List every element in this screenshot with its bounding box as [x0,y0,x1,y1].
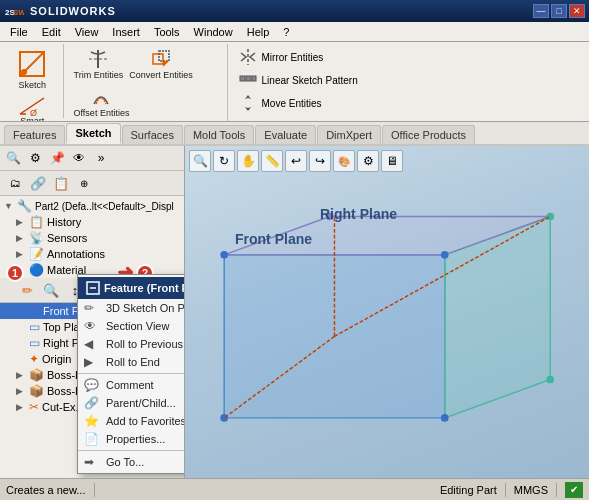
tab-mold-tools[interactable]: Mold Tools [184,125,254,144]
convert-icon [150,48,172,70]
tab-office-products[interactable]: Office Products [382,125,475,144]
vp-rotate[interactable]: ↻ [213,150,235,172]
linear-icon [239,71,257,89]
menu-tools[interactable]: Tools [148,24,186,40]
smart-dimension-button[interactable]: Ø SmartDimension [8,92,57,122]
offset-icon [90,86,112,108]
sidebar-icon-search[interactable]: 🔍 [3,148,23,168]
ctx-separator-2 [78,450,185,451]
toolbar-area: Sketch Ø SmartDimension Trim [0,42,589,122]
ctx-separator-1 [78,373,185,374]
viewport-toolbar: 🔍 ↻ ✋ 📏 ↩ ↪ 🎨 ⚙ 🖥 [189,150,403,172]
menu-bar: File Edit View Insert Tools Window Help … [0,22,589,42]
tab-features[interactable]: Features [4,125,65,144]
item-toolbar-pencil[interactable]: ✏ [16,280,38,300]
svg-point-25 [546,213,554,221]
solidworks-logo: 2S SW [4,1,24,21]
menu-view[interactable]: View [69,24,105,40]
tab-sketch[interactable]: Sketch [66,123,120,144]
status-units: MMGS [514,484,548,496]
vp-settings[interactable]: ⚙ [357,150,379,172]
close-button[interactable]: ✕ [569,4,585,18]
ctx-3d-sketch[interactable]: ✏ 3D Sketch On Plane [78,299,185,317]
tree-toolbar-btn-2[interactable]: 🔗 [27,173,49,193]
svg-rect-11 [159,51,169,61]
offset-entities-button[interactable]: Offset Entities [72,84,132,120]
status-bar: Creates a new... Editing Part MMGS ✔ [0,478,589,500]
menu-insert[interactable]: Insert [106,24,146,40]
mirror-entities-icon [238,47,258,67]
vp-color[interactable]: 🎨 [333,150,355,172]
tree-annotations[interactable]: ▶ 📝 Annotations [0,246,184,262]
menu-question[interactable]: ? [277,24,295,40]
linear-sketch-icon [238,70,258,90]
svg-rect-10 [153,54,163,64]
menu-window[interactable]: Window [188,24,239,40]
sidebar-icon-pin[interactable]: 📌 [47,148,67,168]
tree-toolbar-btn-3[interactable]: 📋 [50,173,72,193]
vp-pan[interactable]: ✋ [237,150,259,172]
svg-point-4 [21,69,27,75]
main-area: 🔍 ⚙ 📌 👁 » 🗂 🔗 📋 ⊕ ▼ 🔧 Part2 (Defa..lt<<D… [0,146,589,478]
mirror-icon [239,48,257,66]
status-separator-2 [505,483,506,497]
minimize-button[interactable]: — [533,4,549,18]
tree-toolbar-btn-4[interactable]: ⊕ [73,173,95,193]
ctx-properties[interactable]: 📄 Properties... [78,430,185,448]
move-entities-item[interactable]: Move Entities [236,92,360,114]
ctx-parent-child[interactable]: 🔗 Parent/Child... [78,394,185,412]
item-toolbar-magnify[interactable]: 🔍 [40,280,62,300]
mirror-group: Mirror Entities Linear Sketch Pattern Mo… [232,44,364,116]
tree-part2[interactable]: ▼ 🔧 Part2 (Defa..lt<<Default>_Displ [0,198,184,214]
menu-file[interactable]: File [4,24,34,40]
status-separator-1 [94,483,95,497]
ctx-goto[interactable]: ➡ Go To... [78,453,185,471]
vp-display[interactable]: 🖥 [381,150,403,172]
svg-rect-13 [240,76,245,81]
menu-help[interactable]: Help [241,24,276,40]
tab-surfaces[interactable]: Surfaces [122,125,183,144]
tab-evaluate[interactable]: Evaluate [255,125,316,144]
ctx-roll-previous[interactable]: ◀ Roll to Previous [78,335,185,353]
context-menu: Feature (Front Plane) ✏ 3D Sketch On Pla… [77,274,185,474]
maximize-button[interactable]: □ [551,4,567,18]
sidebar-icon-more[interactable]: » [91,148,111,168]
right-plane-label: Right Plane [320,206,397,222]
vp-measure[interactable]: 📏 [261,150,283,172]
svg-point-22 [441,251,449,259]
ctx-add-favorites[interactable]: ⭐ Add to Favorites [78,412,185,430]
app-title: SOLIDWORKS [30,5,116,17]
sketch-button[interactable]: Sketch [13,46,51,92]
sidebar-icon-gear[interactable]: ⚙ [25,148,45,168]
feature-icon [86,281,100,295]
ctx-section-view[interactable]: 👁 Section View [78,317,185,335]
feature-tree-toolbar: 🗂 🔗 📋 ⊕ [0,171,184,196]
trim-entities-button[interactable]: Trim Entities [72,46,126,82]
svg-rect-14 [246,76,251,81]
menu-edit[interactable]: Edit [36,24,67,40]
context-menu-header: Feature (Front Plane) [78,277,185,299]
tree-history[interactable]: ▶ 📋 History [0,214,184,230]
title-controls: — □ ✕ [533,4,585,18]
sketch-icon [16,48,48,80]
move-entities-icon [238,93,258,113]
linear-sketch-item[interactable]: Linear Sketch Pattern [236,69,360,91]
vp-redo[interactable]: ↪ [309,150,331,172]
trim-convert-group: Trim Entities Convert Entities Offset En… [68,44,228,122]
front-plane-label: Front Plane [235,231,312,247]
tab-dimxpert[interactable]: DimXpert [317,125,381,144]
svg-point-23 [441,414,449,422]
tree-toolbar-btn-1[interactable]: 🗂 [4,173,26,193]
vp-undo[interactable]: ↩ [285,150,307,172]
vp-zoom[interactable]: 🔍 [189,150,211,172]
sidebar-icon-view[interactable]: 👁 [69,148,89,168]
convert-entities-button[interactable]: Convert Entities [127,46,195,82]
ctx-comment[interactable]: 💬 Comment [78,376,185,394]
sketch-group: Sketch Ø SmartDimension [2,44,64,118]
ctx-roll-end[interactable]: ▶ Roll to End [78,353,185,371]
tree-sensors[interactable]: ▶ 📡 Sensors [0,230,184,246]
badge-1: 1 [6,264,24,282]
mirror-entities-item[interactable]: Mirror Entities [236,46,360,68]
viewport: 🔍 ↻ ✋ 📏 ↩ ↪ 🎨 ⚙ 🖥 [185,146,589,478]
status-ok-button[interactable]: ✔ [565,482,583,498]
